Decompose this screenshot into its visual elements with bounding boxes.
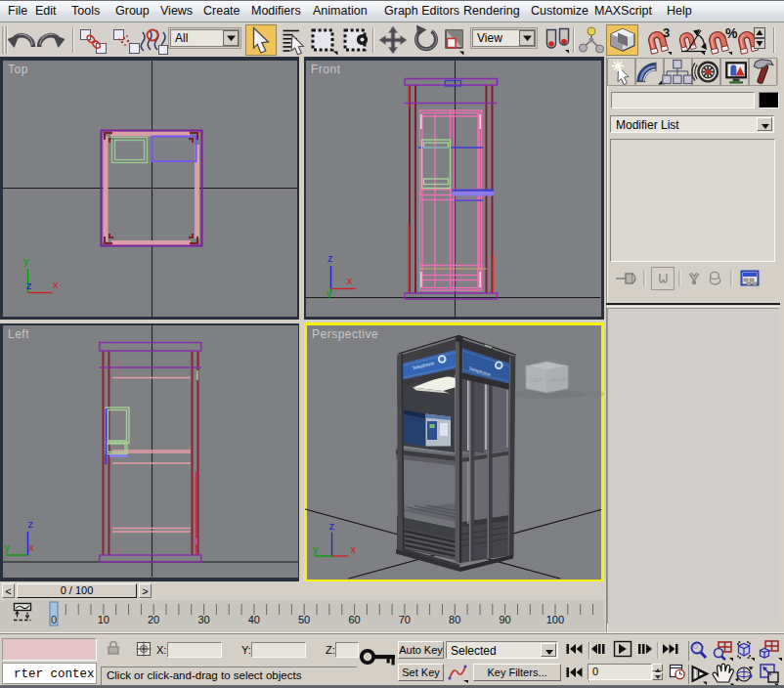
svg-text:70: 70 xyxy=(399,614,411,625)
svg-text:FRONT: FRONT xyxy=(549,377,566,383)
svg-text:20: 20 xyxy=(148,614,159,625)
svg-text:80: 80 xyxy=(449,614,460,625)
svg-text:60: 60 xyxy=(348,614,360,625)
svg-text:x: x xyxy=(29,541,35,553)
svg-text:%: % xyxy=(725,25,738,41)
svg-text:z: z xyxy=(28,518,34,530)
svg-text:z: z xyxy=(327,252,333,264)
svg-text:All: All xyxy=(175,31,188,45)
svg-text:y: y xyxy=(313,543,319,555)
svg-text:90: 90 xyxy=(499,614,510,625)
svg-text:30: 30 xyxy=(197,614,209,625)
svg-text:0: 0 xyxy=(51,614,57,625)
svg-text:x: x xyxy=(347,275,353,286)
svg-text:x: x xyxy=(351,543,357,555)
svg-text:LEFT: LEFT xyxy=(530,377,542,383)
svg-text:View: View xyxy=(477,31,502,45)
svg-text:z: z xyxy=(26,280,32,291)
svg-text:10: 10 xyxy=(98,614,109,625)
svg-text:3: 3 xyxy=(663,25,670,40)
svg-text:z: z xyxy=(329,520,335,532)
svg-text:y: y xyxy=(327,287,332,299)
svg-text:40: 40 xyxy=(248,614,260,625)
svg-text:x: x xyxy=(53,279,59,290)
svg-text:100: 100 xyxy=(546,614,564,625)
svg-text:y: y xyxy=(23,255,29,267)
svg-text:50: 50 xyxy=(298,614,310,625)
svg-text:y: y xyxy=(5,541,11,553)
